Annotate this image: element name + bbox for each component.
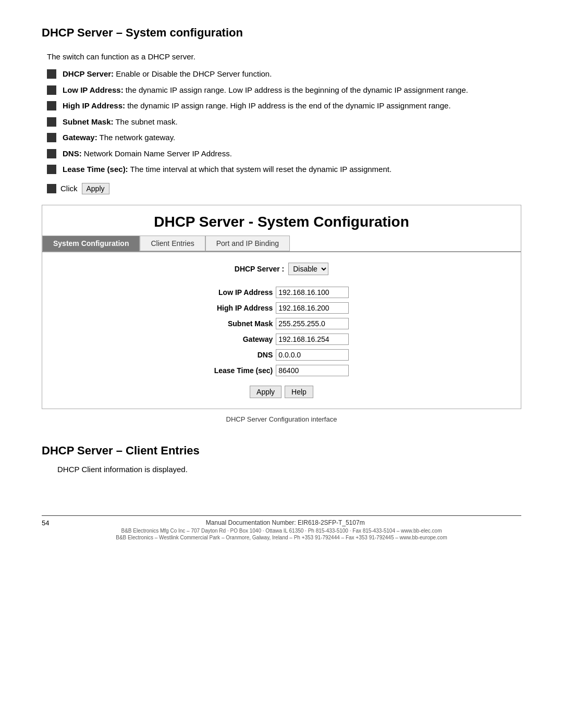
footer-manual: Manual Documentation Number: EIR618-2SFP…	[42, 519, 521, 526]
form-row: Low IP Address	[211, 285, 352, 300]
bullet-text: DHCP Server: Enable or Disable the DHCP …	[63, 68, 521, 80]
section2-title: DHCP Server – Client Entries	[42, 444, 521, 458]
bullet-text: Lease Time (sec): The time interval at w…	[63, 164, 521, 176]
field-input-low-ip-address[interactable]	[276, 287, 349, 298]
bullet-icon	[47, 133, 56, 142]
field-input-cell	[276, 363, 352, 378]
bullet-icon	[47, 165, 56, 174]
bullet-item: Low IP Address: the dynamic IP assign ra…	[47, 84, 521, 96]
bullet-icon	[47, 101, 56, 110]
bullet-text: Subnet Mask: The subnet mask.	[63, 116, 521, 128]
click-label: Click	[60, 184, 78, 193]
form-row: DNS	[211, 347, 352, 363]
form-row: Lease Time (sec)	[211, 363, 352, 378]
tab-system-configuration[interactable]: System Configuration	[42, 236, 140, 251]
field-input-cell	[276, 285, 352, 300]
field-input-cell	[276, 347, 352, 363]
footer: 54 Manual Documentation Number: EIR618-2…	[42, 515, 521, 540]
page-number: 54	[42, 519, 49, 527]
dhcp-server-label: DHCP Server :	[235, 265, 284, 273]
tab-port-and-ip-binding[interactable]: Port and IP Binding	[205, 236, 290, 251]
bullet-item: Gateway: The network gateway.	[47, 132, 521, 144]
field-input-dns[interactable]	[276, 349, 349, 361]
bullet-icon	[47, 149, 56, 158]
click-apply-line: Click Apply	[47, 183, 521, 194]
dhcp-server-row: DHCP Server : DisableEnable	[58, 263, 505, 275]
field-input-cell	[276, 300, 352, 316]
bullet-item: Lease Time (sec): The time interval at w…	[47, 164, 521, 176]
dhcp-main-title: DHCP Server - System Configuration	[42, 205, 521, 236]
bullet-text: DNS: Network Domain Name Server IP Addre…	[63, 148, 521, 160]
form-table: Low IP AddressHigh IP AddressSubnet Mask…	[211, 285, 352, 378]
apply-button[interactable]: Apply	[250, 386, 282, 398]
bullet-item: High IP Address: the dynamic IP assign r…	[47, 100, 521, 112]
bullet-icon	[47, 69, 56, 79]
form-row: High IP Address	[211, 300, 352, 316]
bullet-text: High IP Address: the dynamic IP assign r…	[63, 100, 521, 112]
bullet-list: DHCP Server: Enable or Disable the DHCP …	[47, 68, 521, 176]
field-input-cell	[276, 331, 352, 347]
bullet-text: Gateway: The network gateway.	[63, 132, 521, 144]
bullet-item: DHCP Server: Enable or Disable the DHCP …	[47, 68, 521, 80]
field-input-subnet-mask[interactable]	[276, 318, 349, 329]
field-input-gateway[interactable]	[276, 334, 349, 345]
help-button[interactable]: Help	[285, 386, 313, 398]
footer-line1: B&B Electronics Mfg Co Inc – 707 Dayton …	[42, 528, 521, 534]
field-label: Gateway	[211, 331, 276, 347]
bullet-icon	[47, 117, 56, 127]
field-label: DNS	[211, 347, 276, 363]
field-input-lease-time-(sec)[interactable]	[276, 365, 349, 376]
field-input-high-ip-address[interactable]	[276, 302, 349, 314]
field-input-cell	[276, 316, 352, 331]
field-label: Lease Time (sec)	[211, 363, 276, 378]
bullet-icon-click	[47, 184, 56, 193]
bullet-item: DNS: Network Domain Name Server IP Addre…	[47, 148, 521, 160]
section2-text: DHCP Client information is displayed.	[57, 465, 521, 474]
form-actions: Apply Help	[58, 386, 505, 398]
dhcp-caption: DHCP Server Configuration interface	[42, 415, 521, 423]
bullet-text: Low IP Address: the dynamic IP assign ra…	[63, 84, 521, 96]
form-row: Subnet Mask	[211, 316, 352, 331]
tab-client-entries[interactable]: Client Entries	[140, 236, 205, 251]
intro-text: The switch can function as a DHCP server…	[47, 52, 521, 61]
footer-line2: B&B Electronics – Westlink Commercial Pa…	[42, 535, 521, 540]
field-label: Subnet Mask	[211, 316, 276, 331]
field-label: High IP Address	[211, 300, 276, 316]
tabs-row: System ConfigurationClient EntriesPort a…	[42, 236, 521, 252]
dhcp-server-select[interactable]: DisableEnable	[288, 263, 328, 275]
bullet-item: Subnet Mask: The subnet mask.	[47, 116, 521, 128]
config-body: DHCP Server : DisableEnable Low IP Addre…	[42, 252, 521, 409]
form-row: Gateway	[211, 331, 352, 347]
apply-button-inline[interactable]: Apply	[82, 183, 109, 194]
dhcp-ui-container: DHCP Server - System Configuration Syste…	[42, 205, 521, 409]
field-label: Low IP Address	[211, 285, 276, 300]
section1-title: DHCP Server – System configuration	[42, 26, 521, 40]
bullet-icon	[47, 85, 56, 95]
